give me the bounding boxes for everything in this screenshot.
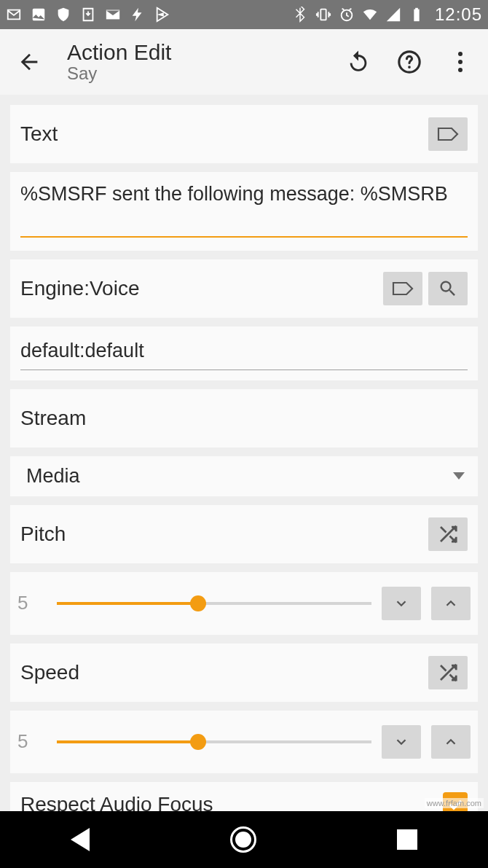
stream-section-header: Stream [10, 389, 478, 447]
pitch-slider-row: 5 [10, 572, 478, 635]
watermark: www.frfam.com [425, 798, 484, 808]
speed-shuffle-button[interactable] [428, 656, 468, 689]
pitch-label: Pitch [20, 523, 422, 546]
pitch-section-header: Pitch [10, 505, 478, 563]
speed-section-header: Speed [10, 644, 478, 702]
gmail-icon [6, 7, 22, 23]
page-title: Action Edit [67, 40, 171, 65]
engine-variable-tag-button[interactable] [383, 272, 422, 305]
variable-tag-button[interactable] [428, 117, 468, 151]
signal-icon [385, 7, 401, 23]
text-section-header: Text [10, 105, 478, 163]
android-status-bar: 12:05 [0, 0, 488, 29]
bluetooth-icon [292, 7, 308, 23]
engine-label: Engine:Voice [20, 277, 377, 300]
speed-value: 5 [17, 730, 47, 753]
svg-rect-1 [320, 9, 326, 20]
text-input-panel [10, 172, 478, 251]
stream-label: Stream [20, 407, 468, 430]
svg-point-6 [408, 66, 411, 69]
text-label: Text [20, 122, 422, 146]
content-scroll[interactable]: Text Engine:Voice Stream Media [0, 95, 488, 823]
app-title-block: Action Edit Say [67, 40, 171, 84]
engine-input-panel [10, 327, 478, 380]
pitch-increase-button[interactable] [431, 587, 471, 620]
photos-icon [31, 7, 47, 23]
speed-slider-row: 5 [10, 711, 478, 773]
stream-dropdown[interactable]: Media [10, 456, 478, 496]
wifi-icon [362, 7, 378, 23]
status-notifications [6, 7, 170, 23]
help-button[interactable] [395, 47, 424, 77]
shield-icon [55, 7, 71, 23]
overflow-menu-button[interactable] [446, 47, 475, 77]
speed-label: Speed [20, 661, 422, 684]
back-button[interactable] [13, 46, 45, 78]
page-subtitle: Say [67, 63, 171, 84]
nav-recent-button[interactable] [397, 829, 417, 850]
alarm-icon [339, 7, 355, 23]
text-input[interactable] [20, 182, 468, 238]
engine-section-header: Engine:Voice [10, 259, 478, 318]
app-bar: Action Edit Say [0, 29, 488, 95]
nav-home-button[interactable] [230, 826, 256, 853]
stream-selected: Media [23, 465, 453, 488]
nav-back-button[interactable] [71, 828, 90, 851]
mail-icon [105, 7, 121, 23]
status-system: 12:05 [292, 4, 482, 25]
play-icon [154, 7, 170, 23]
svg-rect-3 [414, 9, 419, 22]
speed-increase-button[interactable] [431, 725, 471, 759]
pitch-shuffle-button[interactable] [428, 517, 468, 551]
engine-search-button[interactable] [428, 272, 468, 305]
svg-rect-4 [415, 8, 418, 10]
pitch-value: 5 [17, 592, 47, 614]
speed-slider[interactable] [57, 740, 371, 743]
android-nav-bar [0, 811, 488, 868]
pitch-slider[interactable] [57, 602, 371, 605]
vibrate-icon [315, 7, 331, 23]
status-clock: 12:05 [435, 4, 482, 25]
battery-icon [409, 7, 425, 23]
undo-button[interactable] [344, 47, 373, 77]
speed-decrease-button[interactable] [382, 725, 421, 759]
download-icon [80, 7, 96, 23]
bolt-icon [130, 7, 146, 23]
pitch-decrease-button[interactable] [382, 587, 421, 620]
chevron-down-icon [453, 472, 465, 480]
engine-input[interactable] [20, 337, 468, 370]
